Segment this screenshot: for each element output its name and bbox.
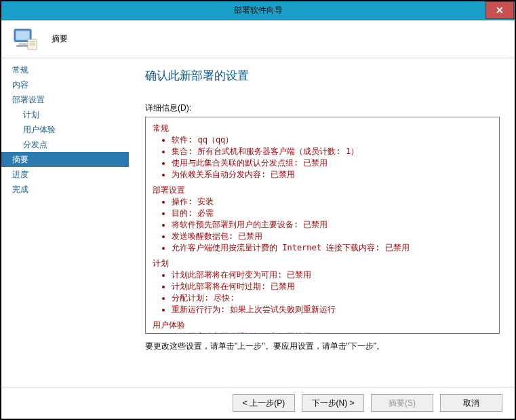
sidebar-item-deploy-settings[interactable]: 部署设置 (1, 92, 129, 107)
details-item: 集合: 所有台式机和服务器客户端（成员计数: 1） (172, 146, 492, 157)
sidebar-item-schedule[interactable]: 计划 (1, 107, 129, 122)
details-section-list: 计划此部署将在何时变为可用: 已禁用计划此部署将在何时过期: 已禁用分配计划: … (153, 269, 492, 316)
details-item: 为依赖关系自动分发内容: 已禁用 (172, 169, 492, 180)
svg-rect-3 (16, 45, 28, 47)
details-item: 计划此部署将在何时变为可用: 已禁用 (172, 269, 492, 281)
footer: < 上一步(P) 下一步(N) > 摘要(S) 取消 (1, 387, 515, 419)
details-item: 目的: 必需 (172, 208, 492, 219)
close-icon: ✕ (496, 5, 504, 16)
sidebar-item-progress[interactable]: 进度 (1, 167, 129, 182)
computer-icon (11, 26, 38, 53)
details-item: 发送唤醒数据包: 已禁用 (172, 231, 492, 242)
details-section-title: 用户体验 (153, 320, 492, 331)
details-textbox[interactable]: 常规软件: qq（qq）集合: 所有台式机和服务器客户端（成员计数: 1）使用与… (145, 117, 500, 334)
page-title: 确认此新部署的设置 (145, 68, 500, 83)
details-item: 软件: qq（qq） (172, 134, 492, 146)
sidebar: 常规 内容 部署设置 计划 用户体验 分发点 摘要 进度 完成 (1, 58, 129, 387)
header-title: 摘要 (52, 33, 68, 45)
sidebar-item-completion[interactable]: 完成 (1, 182, 129, 197)
titlebar: 部署软件向导 ✕ (1, 1, 515, 20)
sidebar-item-general[interactable]: 常规 (1, 62, 129, 77)
main-panel: 确认此新部署的设置 详细信息(D): 常规软件: qq（qq）集合: 所有台式机… (129, 58, 515, 387)
details-item: 使用与此集合关联的默认分发点组: 已禁用 (172, 157, 492, 169)
hint-text: 要更改这些设置，请单击"上一步"。要应用设置，请单击"下一步"。 (145, 341, 500, 352)
close-button[interactable]: ✕ (485, 1, 514, 19)
cancel-button[interactable]: 取消 (440, 394, 502, 412)
prev-button[interactable]: < 上一步(P) (233, 394, 295, 412)
header-strip: 摘要 (1, 20, 515, 58)
next-button[interactable]: 下一步(N) > (302, 394, 364, 412)
details-section-list: 允许用户独立于分配运行程序: 已禁用软件安装: 已启用系统重新启动(如果要求完成… (153, 331, 492, 334)
details-item: 将软件预先部署到用户的主要设备: 已禁用 (172, 219, 492, 231)
summary-button: 摘要(S) (371, 394, 433, 412)
details-item: 计划此部署将在何时过期: 已禁用 (172, 281, 492, 292)
details-item: 允许用户独立于分配运行程序: 已禁用 (172, 331, 492, 334)
details-section-list: 操作: 安装目的: 必需将软件预先部署到用户的主要设备: 已禁用发送唤醒数据包:… (153, 196, 492, 254)
wizard-window: 部署软件向导 ✕ 摘要 常规 内容 部署设置 计划 用户体验 (0, 0, 516, 420)
svg-rect-2 (19, 43, 27, 45)
sidebar-item-user-experience[interactable]: 用户体验 (1, 122, 129, 137)
wizard-body: 常规 内容 部署设置 计划 用户体验 分发点 摘要 进度 完成 确认此新部署的设… (1, 58, 515, 387)
details-item: 操作: 安装 (172, 196, 492, 208)
sidebar-item-summary[interactable]: 摘要 (1, 152, 129, 167)
sidebar-item-distribution-points[interactable]: 分发点 (1, 137, 129, 152)
svg-rect-1 (16, 31, 30, 39)
details-section-title: 部署设置 (153, 185, 492, 196)
window-title: 部署软件向导 (1, 5, 515, 16)
sidebar-item-content[interactable]: 内容 (1, 77, 129, 92)
details-section-list: 软件: qq（qq）集合: 所有台式机和服务器客户端（成员计数: 1）使用与此集… (153, 134, 492, 180)
details-section-title: 常规 (153, 123, 492, 134)
details-item: 分配计划: 尽快: (172, 292, 492, 304)
svg-rect-4 (28, 39, 37, 50)
details-item: 允许客户端使用按流量计费的 Internet 连接下载内容: 已禁用 (172, 242, 492, 254)
details-label: 详细信息(D): (145, 102, 500, 114)
details-section-title: 计划 (153, 258, 492, 269)
details-item: 重新运行行为: 如果上次尝试失败则重新运行 (172, 304, 492, 316)
